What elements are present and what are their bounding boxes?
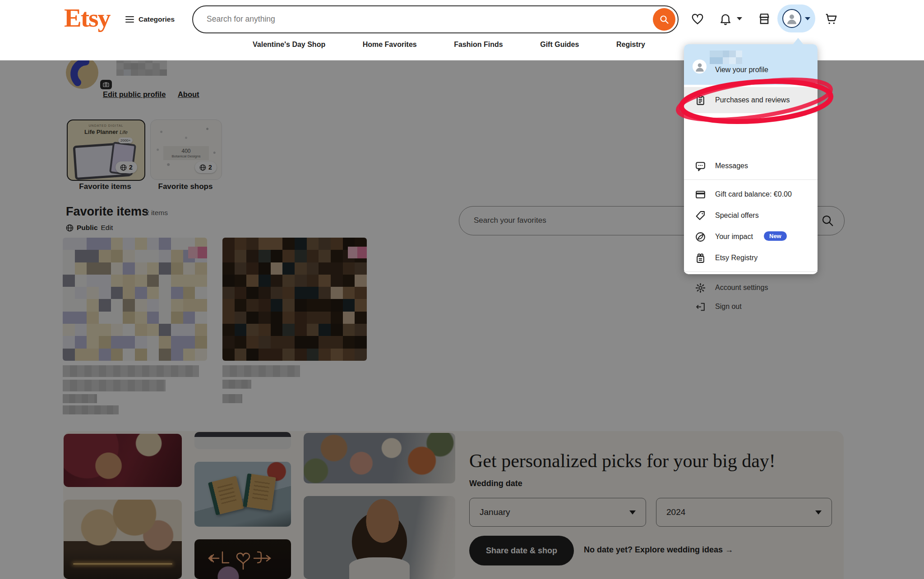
menu-item-gift-card-balance[interactable]: Gift card balance: €0.00 (684, 184, 818, 205)
bell-icon (719, 12, 732, 26)
menu-item-label: Sign out (715, 303, 742, 311)
hamburger-icon (125, 16, 134, 23)
menu-item-sign-out[interactable]: Sign out (684, 296, 818, 317)
view-profile-link[interactable]: View your profile (715, 66, 768, 74)
menu-item-label: Etsy Registry (715, 254, 758, 262)
leaf-icon (694, 230, 707, 243)
person-icon (785, 12, 799, 25)
categories-label: Categories (139, 15, 175, 23)
avatar (782, 9, 801, 28)
account-dropdown: View your profile Purchases and reviews … (684, 44, 818, 274)
menu-item-label: Purchases and reviews (715, 96, 790, 104)
clipboard-icon (694, 94, 707, 106)
person-icon (694, 61, 706, 73)
menu-item-label: Messages (715, 162, 748, 170)
menu-item-special-offers[interactable]: Special offers (684, 205, 818, 226)
menu-divider (684, 179, 818, 180)
gift-card-icon (694, 188, 707, 201)
notifications-button[interactable] (716, 10, 735, 28)
etsy-logo[interactable]: Etsy (64, 3, 110, 33)
heart-icon (691, 12, 704, 26)
account-button[interactable] (777, 5, 815, 32)
menu-item-purchases-and-reviews[interactable]: Purchases and reviews (684, 87, 818, 113)
categories-button[interactable]: Categories (125, 13, 175, 26)
menu-item-label: Account settings (715, 284, 768, 292)
blurred-username (710, 51, 742, 64)
search-input[interactable] (206, 8, 623, 30)
cart-button[interactable] (822, 10, 840, 28)
etsy-page: Edit public profile About UNDATED DIGITA… (0, 0, 924, 579)
nav-registry[interactable]: Registry (616, 41, 645, 49)
storefront-icon (758, 12, 771, 26)
avatar (693, 60, 707, 74)
nav-gift-guides[interactable]: Gift Guides (540, 41, 579, 49)
account-dropdown-header[interactable]: View your profile (684, 44, 818, 85)
gear-icon (694, 281, 707, 294)
shop-manager-button[interactable] (755, 10, 773, 28)
search-button[interactable] (653, 8, 675, 31)
chevron-down-icon (737, 17, 742, 20)
sign-out-icon (694, 300, 707, 313)
menu-item-account-settings[interactable]: Account settings (684, 277, 818, 298)
nav-fashion-finds[interactable]: Fashion Finds (454, 41, 503, 49)
menu-item-your-impact[interactable]: Your impact New (684, 226, 818, 247)
search-bar (192, 5, 679, 33)
cart-icon (824, 12, 838, 26)
menu-divider (684, 271, 818, 272)
tag-icon (694, 209, 707, 222)
menu-item-label: Your impact (715, 233, 753, 241)
menu-item-messages[interactable]: Messages (684, 156, 818, 176)
menu-item-label: Special offers (715, 211, 759, 220)
chat-icon (694, 160, 707, 172)
menu-item-etsy-registry[interactable]: Etsy Registry (684, 248, 818, 268)
registry-gift-icon (694, 252, 707, 264)
favorites-heart-button[interactable] (688, 10, 707, 28)
search-icon (659, 14, 670, 25)
dropdown-arrow (793, 38, 804, 45)
new-badge: New (764, 231, 787, 241)
category-nav: Valentine's Day Shop Home Favorites Fash… (253, 41, 645, 49)
menu-item-label: Gift card balance: €0.00 (715, 190, 792, 198)
nav-valentines-day-shop[interactable]: Valentine's Day Shop (253, 41, 325, 49)
chevron-down-icon (805, 17, 810, 20)
nav-home-favorites[interactable]: Home Favorites (363, 41, 417, 49)
